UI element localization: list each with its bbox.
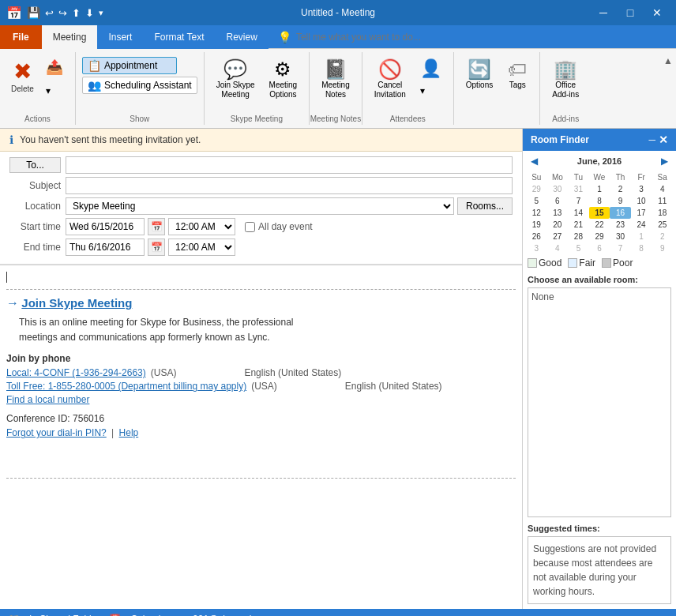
cal-day[interactable]: 4 (652, 183, 673, 195)
allday-checkbox[interactable] (245, 222, 255, 232)
cal-day-today[interactable]: 15 (589, 207, 610, 219)
calendar-prev-button[interactable]: ◀ (528, 154, 541, 168)
attendees-dropdown-button[interactable]: ▾ (415, 82, 447, 100)
cal-day[interactable]: 28 (568, 231, 589, 242)
cal-day[interactable]: 18 (652, 207, 673, 219)
top-divider (6, 289, 516, 290)
appointment-button[interactable]: 📋 Appointment (82, 57, 177, 74)
dropdown-button[interactable]: ▾ (40, 82, 69, 100)
office-addins-button[interactable]: 🏢 OfficeAdd-ins (546, 55, 584, 103)
maximize-button[interactable]: □ (618, 0, 643, 25)
ribbon-collapse-button[interactable]: ▲ (660, 52, 676, 125)
cal-day[interactable]: 30 (610, 231, 631, 242)
cal-day[interactable]: 19 (526, 219, 547, 231)
cal-day[interactable]: 7 (568, 195, 589, 207)
room-finder-expand-icon[interactable]: ─ (648, 134, 655, 145)
forgot-pin-link[interactable]: Forgot your dial-in PIN? (6, 427, 107, 438)
cal-day[interactable]: 1 (589, 183, 610, 195)
tab-review[interactable]: Review (216, 25, 269, 49)
cal-day[interactable]: 14 (568, 207, 589, 219)
location-select[interactable]: Skype Meeting (66, 197, 454, 215)
subject-input[interactable] (66, 177, 513, 194)
start-date-input[interactable]: Wed 6/15/2016 (66, 218, 145, 235)
room-finder-header: Room Finder ─ ✕ (523, 129, 676, 151)
to-input[interactable] (66, 156, 513, 174)
tab-file[interactable]: File (0, 25, 42, 49)
end-date-input[interactable]: Thu 6/16/2016 (66, 239, 145, 256)
tags-icon: 🏷 (508, 58, 527, 81)
send-button[interactable]: 📤 (40, 55, 69, 79)
cal-day[interactable]: 5 (526, 195, 547, 207)
to-button[interactable]: To... (9, 157, 61, 173)
cal-day[interactable]: 9 (652, 242, 673, 254)
cal-day[interactable]: 20 (547, 219, 569, 231)
tags-button[interactable]: 🏷 Tags (501, 55, 533, 92)
cal-day[interactable]: 5 (568, 242, 589, 254)
cal-day[interactable]: 24 (631, 219, 652, 231)
cal-day[interactable]: 11 (652, 195, 673, 207)
cal-day[interactable]: 31 (568, 183, 589, 195)
cal-day-range-end[interactable]: 16 (610, 207, 631, 219)
cal-day[interactable]: 26 (526, 231, 547, 242)
tab-meeting[interactable]: Meeting (42, 25, 98, 49)
attendees-more-button[interactable]: 👤 (415, 55, 447, 82)
notes-icon: 📓 (324, 58, 347, 81)
help-link[interactable]: Help (119, 427, 139, 438)
cal-day[interactable]: 3 (631, 183, 652, 195)
more-options-icon[interactable]: ▾ (99, 8, 103, 18)
download-icon[interactable]: ⬇ (85, 7, 94, 19)
room-finder-close-button[interactable]: ✕ (659, 133, 668, 146)
scheduling-assistant-button[interactable]: 👥 Scheduling Assistant (82, 77, 197, 94)
meeting-options-button[interactable]: ⚙ MeetingOptions (264, 55, 303, 103)
cal-day[interactable]: 12 (526, 207, 547, 219)
cal-day[interactable]: 8 (589, 195, 610, 207)
find-local-link[interactable]: Find a local number (6, 394, 89, 405)
calendar-next-button[interactable]: ▶ (658, 154, 671, 168)
allday-text: All day event (258, 221, 313, 232)
redo-icon[interactable]: ↪ (58, 7, 67, 19)
delete-button[interactable]: ✖ Delete (6, 55, 39, 96)
cal-day[interactable]: 22 (589, 219, 610, 231)
cal-day[interactable]: 10 (631, 195, 652, 207)
cal-day[interactable]: 4 (547, 242, 569, 254)
cal-day[interactable]: 2 (652, 231, 673, 242)
tollfree-phone-link[interactable]: Toll Free: 1-855-280-0005 (Department bi… (6, 381, 246, 392)
cal-day[interactable]: 9 (610, 195, 631, 207)
cal-day[interactable]: 6 (547, 195, 569, 207)
save-icon[interactable]: 💾 (27, 6, 40, 19)
body-area[interactable]: → Join Skype Meeting This is an online m… (0, 265, 522, 609)
minimize-button[interactable]: ─ (591, 0, 616, 25)
cal-day[interactable]: 8 (631, 242, 652, 254)
local-phone-link[interactable]: Local: 4-CONF (1-936-294-2663) (6, 367, 146, 378)
tab-insert[interactable]: Insert (97, 25, 143, 49)
cal-day[interactable]: 25 (652, 219, 673, 231)
rooms-button[interactable]: Rooms... (457, 197, 513, 215)
cal-day[interactable]: 2 (610, 183, 631, 195)
join-skype-link[interactable]: Join Skype Meeting (21, 296, 132, 310)
upload-icon[interactable]: ⬆ (72, 7, 81, 19)
tab-format-text[interactable]: Format Text (143, 25, 215, 49)
cal-day[interactable]: 3 (526, 242, 547, 254)
cal-day[interactable]: 29 (526, 183, 547, 195)
cal-day[interactable]: 27 (547, 231, 569, 242)
end-date-picker-button[interactable]: 📅 (148, 239, 165, 256)
start-time-select[interactable]: 12:00 AM (168, 218, 235, 235)
cal-day[interactable]: 17 (631, 207, 652, 219)
cal-day[interactable]: 1 (631, 231, 652, 242)
cal-day[interactable]: 23 (610, 219, 631, 231)
meeting-notes-button[interactable]: 📓 MeetingNotes (316, 55, 355, 103)
cal-day[interactable]: 7 (610, 242, 631, 254)
undo-icon[interactable]: ↩ (45, 7, 54, 19)
cal-day[interactable]: 30 (547, 183, 569, 195)
options-button[interactable]: 🔄 Options (460, 55, 498, 92)
close-button[interactable]: ✕ (644, 0, 670, 25)
cal-day[interactable]: 13 (547, 207, 569, 219)
cancel-invitation-button[interactable]: 🚫 CancelInvitation (369, 55, 411, 103)
cal-day[interactable]: 6 (589, 242, 610, 254)
start-date-picker-button[interactable]: 📅 (148, 218, 165, 235)
cal-day[interactable]: 29 (589, 231, 610, 242)
join-skype-button[interactable]: 💬 Join SkypeMeeting (211, 55, 261, 103)
tell-me-input[interactable] (296, 32, 470, 43)
cal-day[interactable]: 21 (568, 219, 589, 231)
end-time-select[interactable]: 12:00 AM (168, 239, 235, 256)
